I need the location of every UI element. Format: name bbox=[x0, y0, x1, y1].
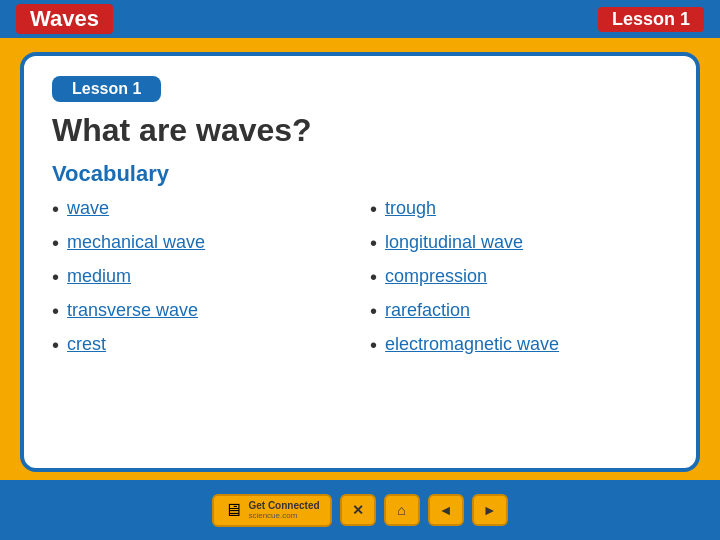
list-item[interactable]: medium bbox=[52, 265, 350, 289]
get-connected-text: Get Connected sciencue.com bbox=[248, 500, 319, 520]
list-item[interactable]: rarefaction bbox=[370, 299, 668, 323]
get-connected-label: Get Connected bbox=[248, 500, 319, 511]
list-item[interactable]: compression bbox=[370, 265, 668, 289]
list-item[interactable]: electromagnetic wave bbox=[370, 333, 668, 357]
next-button[interactable]: ► bbox=[472, 494, 508, 526]
right-vocab-list: troughlongitudinal wavecompressionrarefa… bbox=[370, 197, 668, 357]
vocabulary-heading: Vocabulary bbox=[52, 161, 350, 187]
list-item[interactable]: trough bbox=[370, 197, 668, 221]
content-area: Vocabulary wavemechanical wavemediumtran… bbox=[52, 161, 668, 367]
close-button[interactable]: ✕ bbox=[340, 494, 376, 526]
lesson-badge-top: Lesson 1 bbox=[598, 7, 704, 32]
home-button[interactable]: ⌂ bbox=[384, 494, 420, 526]
list-item[interactable]: crest bbox=[52, 333, 350, 357]
list-item[interactable]: wave bbox=[52, 197, 350, 221]
get-connected-inner: 🖥 Get Connected sciencue.com bbox=[224, 500, 319, 521]
left-vocab-list: wavemechanical wavemediumtransverse wave… bbox=[52, 197, 350, 357]
get-connected-button[interactable]: 🖥 Get Connected sciencue.com bbox=[212, 494, 331, 527]
top-bar: Waves Lesson 1 bbox=[0, 0, 720, 38]
page-title: What are waves? bbox=[52, 112, 668, 149]
list-item[interactable]: transverse wave bbox=[52, 299, 350, 323]
monitor-icon: 🖥 bbox=[224, 500, 242, 521]
right-column: troughlongitudinal wavecompressionrarefa… bbox=[370, 161, 668, 367]
prev-button[interactable]: ◄ bbox=[428, 494, 464, 526]
main-card: Lesson 1 What are waves? Vocabulary wave… bbox=[20, 52, 700, 472]
bottom-bar: 🖥 Get Connected sciencue.com ✕ ⌂ ◄ ► bbox=[0, 480, 720, 540]
left-column: Vocabulary wavemechanical wavemediumtran… bbox=[52, 161, 350, 367]
app-title: Waves bbox=[16, 4, 113, 34]
lesson-label: Lesson 1 bbox=[52, 76, 161, 102]
get-connected-site: sciencue.com bbox=[248, 511, 319, 520]
list-item[interactable]: longitudinal wave bbox=[370, 231, 668, 255]
list-item[interactable]: mechanical wave bbox=[52, 231, 350, 255]
